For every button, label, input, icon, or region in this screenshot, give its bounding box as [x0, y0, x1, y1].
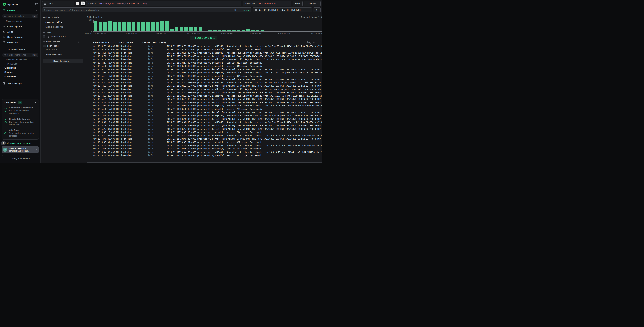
table-row[interactable]: Nov 11 5:48:15.000 PM host-demo info 202… — [87, 124, 322, 127]
table-row[interactable]: Nov 11 5:45:31.000 PM host-demo info 202… — [87, 140, 322, 144]
row-expand-icon[interactable] — [87, 135, 91, 136]
table-row[interactable]: Nov 11 5:48:32.000 PM host-demo info 202… — [87, 118, 322, 121]
search-icon[interactable] — [77, 40, 79, 43]
sidebar-item-team-settings[interactable]: Team Settings — [2, 81, 39, 86]
row-expand-icon[interactable] — [87, 58, 91, 60]
row-expand-icon[interactable] — [87, 75, 91, 77]
alerts-button[interactable]: Alerts — [304, 1, 321, 6]
denoise-checkbox[interactable] — [43, 36, 46, 38]
table-row[interactable]: Nov 11 5:44:37.000 PM host-demo info 202… — [87, 154, 322, 157]
table-row[interactable]: Nov 11 5:47:05.000 PM host-demo info 202… — [87, 134, 322, 137]
filter-group-servicename[interactable]: ServiceName — [43, 40, 82, 43]
table-row[interactable]: Nov 11 5:46:48.000 PM host-demo info 202… — [87, 137, 322, 141]
preset-kubernetes[interactable]: Kubernetes — [2, 74, 39, 78]
table-row[interactable]: Nov 11 5:54:29.000 PM host-demo info 202… — [87, 71, 322, 74]
row-expand-icon[interactable] — [87, 151, 91, 153]
table-row[interactable]: Nov 11 5:54:16.000 PM host-demo info 202… — [87, 74, 322, 78]
row-expand-icon[interactable] — [87, 148, 91, 150]
table-row[interactable]: Nov 11 5:59:01.000 PM host-demo info 202… — [87, 44, 322, 48]
source-select[interactable]: Logs — [42, 1, 74, 6]
table-row[interactable]: Nov 11 5:55:57.000 PM host-demo info 202… — [87, 68, 322, 71]
filter-group-severitytext[interactable]: SeverityText — [43, 53, 82, 56]
row-expand-icon[interactable] — [87, 125, 91, 126]
preset-services[interactable]: Services — [2, 70, 39, 74]
tab-event-patterns[interactable]: Event Patterns — [43, 24, 82, 29]
resume-live-tail-button[interactable]: Resume Live Tail — [190, 36, 217, 40]
sidebar-collapse-icon[interactable] — [35, 3, 38, 6]
row-expand-icon[interactable] — [87, 122, 91, 123]
table-row[interactable]: Nov 11 5:48:19.000 PM host-demo info 202… — [87, 121, 322, 124]
table-row[interactable]: Nov 11 5:53:36.000 PM host-demo info 202… — [87, 78, 322, 81]
sidebar-item-alerts[interactable]: Alerts — [2, 29, 39, 34]
row-expand-icon[interactable] — [87, 108, 91, 110]
download-icon[interactable] — [318, 41, 320, 44]
row-expand-icon[interactable] — [87, 88, 91, 90]
row-expand-icon[interactable] — [87, 82, 91, 84]
table-row[interactable]: Nov 11 5:51:28.000 PM host-demo info 202… — [87, 94, 322, 98]
load-more-button[interactable]: Load more — [43, 48, 82, 52]
table-row[interactable]: Nov 11 5:48:39.000 PM host-demo info 202… — [87, 114, 322, 118]
wrap-lines-icon[interactable] — [313, 41, 316, 44]
sidebar-item-client-sessions[interactable]: Client Sessions — [2, 34, 39, 40]
saved-dashboards-input[interactable]: Saved Dashboards ⌘K — [2, 53, 38, 57]
row-expand-icon[interactable] — [87, 112, 91, 113]
row-expand-icon[interactable] — [87, 85, 91, 87]
row-expand-icon[interactable] — [87, 98, 91, 100]
run-query-button[interactable]: ▷ — [313, 8, 321, 12]
table-row[interactable]: Nov 11 5:50:22.000 PM host-demo info 202… — [87, 104, 322, 108]
get-started-item[interactable]: Add Data Start sending logs, metrics, or… — [4, 128, 36, 138]
events-histogram[interactable]: 600 0 Nov 11 12:00:00 AM4:00:00 AM7:00:0… — [87, 19, 322, 35]
table-row[interactable]: Nov 11 5:58:42.000 PM host-demo info 202… — [87, 51, 322, 54]
row-expand-icon[interactable] — [87, 92, 91, 94]
table-row[interactable]: Nov 11 5:45:22.000 PM host-demo info 202… — [87, 144, 322, 147]
horizontal-scrollbar[interactable] — [87, 162, 322, 164]
pin-icon[interactable] — [80, 54, 82, 56]
table-row[interactable]: Nov 11 5:51:18.000 PM host-demo info 202… — [87, 98, 322, 101]
row-expand-icon[interactable] — [87, 102, 91, 103]
preset-clickhouse[interactable]: ClickHouse — [2, 66, 39, 70]
table-row[interactable]: Nov 11 5:58:04.000 PM host-demo info 202… — [87, 58, 322, 61]
tab-results-table[interactable]: Results Table — [43, 20, 82, 24]
row-expand-icon[interactable] — [87, 68, 91, 70]
table-row[interactable]: Nov 11 5:56:19.000 PM host-demo info 202… — [87, 64, 322, 68]
get-started-item[interactable]: Connect to ClickHouse Set up your databa… — [4, 106, 36, 115]
date-range-picker[interactable]: Nov 11 00:00:00 - Nov 12 00:00:00 — [253, 8, 312, 12]
column-resize-handle[interactable]: ⁞ — [159, 41, 160, 44]
row-expand-icon[interactable] — [87, 52, 91, 54]
table-row[interactable]: Nov 11 5:50:15.000 PM host-demo info 202… — [87, 108, 322, 111]
row-expand-icon[interactable] — [87, 118, 91, 120]
gear-icon[interactable] — [80, 1, 85, 6]
table-row[interactable]: Nov 11 5:59:00.000 PM host-demo info 202… — [87, 48, 322, 51]
sidebar-item-dashboards[interactable]: Dashboards — [2, 40, 39, 45]
row-expand-icon[interactable] — [87, 95, 91, 97]
chevron-up-icon[interactable] — [34, 102, 36, 104]
table-row[interactable]: Nov 11 5:47:16.000 PM host-demo info 202… — [87, 130, 322, 134]
more-filters-button[interactable]: More filters — [43, 58, 82, 63]
table-row[interactable]: Nov 11 5:45:08.000 PM host-demo info 202… — [87, 147, 322, 150]
sidebar-item-search[interactable]: Search — [2, 8, 39, 14]
presets-toggle[interactable]: PRESETS — [2, 62, 39, 66]
lucene-mode-button[interactable]: Lucene — [242, 9, 249, 11]
select-clause-input[interactable]: SELECTTimestamp,ServiceName,SeverityText… — [86, 1, 242, 6]
column-resize-handle[interactable]: ⁞ — [142, 41, 142, 44]
row-expand-icon[interactable] — [87, 132, 91, 133]
row-expand-icon[interactable] — [87, 138, 91, 140]
row-expand-icon[interactable] — [87, 56, 91, 57]
saved-searches-input[interactable]: Saved Searches ⌘K — [2, 14, 38, 18]
table-row[interactable]: Nov 11 5:50:33.000 PM host-demo info 202… — [87, 101, 322, 104]
row-expand-icon[interactable] — [87, 105, 91, 106]
row-expand-icon[interactable] — [87, 154, 91, 156]
sql-mode-button[interactable]: SQL — [234, 9, 238, 11]
table-row[interactable]: Nov 11 5:49:04.000 PM host-demo info 202… — [87, 111, 322, 114]
row-expand-icon[interactable] — [87, 49, 91, 50]
help-icon[interactable]: ? — [1, 141, 6, 146]
table-settings-icon[interactable]: <> — [308, 41, 311, 44]
row-expand-icon[interactable] — [87, 72, 91, 74]
table-row[interactable]: Nov 11 5:58:19.000 PM host-demo info 202… — [87, 54, 322, 58]
order-by-input[interactable]: ORDER BYTimestampTime DESC — [243, 1, 292, 6]
user-profile[interactable]: D dominic.tran@clic... dominic.tran@clic… — [2, 146, 39, 153]
row-expand-icon[interactable] — [87, 145, 91, 146]
row-expand-icon[interactable] — [87, 141, 91, 143]
host-demo-checkbox[interactable] — [43, 44, 46, 47]
row-expand-icon[interactable] — [87, 115, 91, 116]
